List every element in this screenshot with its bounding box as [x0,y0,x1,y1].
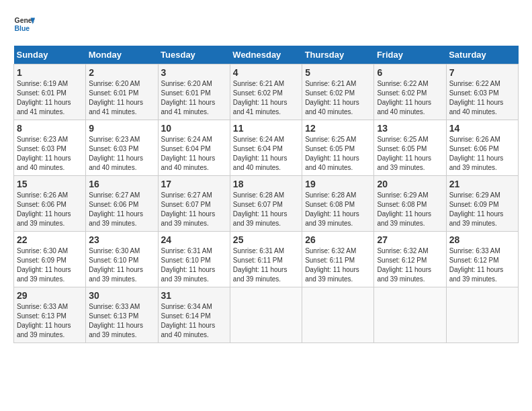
day-number: 28 [449,234,515,245]
calendar-day-cell: 30 Sunrise: 6:33 AMSunset: 6:13 PMDaylig… [86,287,158,343]
day-info: Sunrise: 6:26 AMSunset: 6:06 PMDaylight:… [449,135,515,173]
calendar-day-cell: 4 Sunrise: 6:21 AMSunset: 6:02 PMDayligh… [230,64,302,120]
day-number: 11 [233,123,299,134]
calendar-day-cell: 29 Sunrise: 6:33 AMSunset: 6:13 PMDaylig… [14,287,86,343]
day-info: Sunrise: 6:27 AMSunset: 6:06 PMDaylight:… [89,191,154,228]
calendar-week-row: 1 Sunrise: 6:19 AMSunset: 6:01 PMDayligh… [14,64,519,120]
day-info: Sunrise: 6:22 AMSunset: 6:02 PMDaylight:… [377,79,443,117]
calendar-day-cell: 3 Sunrise: 6:20 AMSunset: 6:01 PMDayligh… [158,64,230,120]
day-number: 20 [377,179,443,189]
day-number: 30 [89,290,154,301]
calendar-day-cell: 23 Sunrise: 6:30 AMSunset: 6:10 PMDaylig… [86,232,158,287]
calendar-day-cell [302,287,374,343]
day-number: 24 [161,234,227,245]
day-number: 21 [449,179,515,189]
day-info: Sunrise: 6:25 AMSunset: 6:05 PMDaylight:… [305,135,371,173]
day-number: 13 [377,123,443,134]
day-info: Sunrise: 6:29 AMSunset: 6:08 PMDaylight:… [377,191,443,228]
calendar-day-cell: 5 Sunrise: 6:21 AMSunset: 6:02 PMDayligh… [302,64,374,120]
calendar-day-cell [446,287,518,343]
day-info: Sunrise: 6:34 AMSunset: 6:14 PMDaylight:… [161,302,227,340]
day-number: 29 [17,290,83,301]
day-info: Sunrise: 6:33 AMSunset: 6:12 PMDaylight:… [449,246,515,284]
calendar-day-cell: 22 Sunrise: 6:30 AMSunset: 6:09 PMDaylig… [14,232,86,287]
day-number: 5 [305,67,371,78]
day-number: 22 [17,234,83,245]
day-info: Sunrise: 6:22 AMSunset: 6:03 PMDaylight:… [449,79,515,117]
calendar-week-row: 29 Sunrise: 6:33 AMSunset: 6:13 PMDaylig… [14,287,519,343]
day-number: 15 [17,179,83,189]
calendar-day-cell: 17 Sunrise: 6:27 AMSunset: 6:07 PMDaylig… [158,176,230,232]
day-info: Sunrise: 6:27 AMSunset: 6:07 PMDaylight:… [161,191,227,228]
calendar-day-cell: 1 Sunrise: 6:19 AMSunset: 6:01 PMDayligh… [14,64,86,120]
calendar-day-cell: 13 Sunrise: 6:25 AMSunset: 6:05 PMDaylig… [374,120,446,176]
day-info: Sunrise: 6:23 AMSunset: 6:03 PMDaylight:… [89,135,154,173]
day-number: 9 [89,123,154,134]
day-info: Sunrise: 6:28 AMSunset: 6:08 PMDaylight:… [305,191,371,228]
calendar-day-cell: 10 Sunrise: 6:24 AMSunset: 6:04 PMDaylig… [158,120,230,176]
day-info: Sunrise: 6:21 AMSunset: 6:02 PMDaylight:… [233,79,299,117]
day-number: 23 [89,234,154,245]
day-number: 7 [449,67,515,78]
day-info: Sunrise: 6:26 AMSunset: 6:06 PMDaylight:… [17,191,83,228]
calendar-day-cell: 12 Sunrise: 6:25 AMSunset: 6:05 PMDaylig… [302,120,374,176]
day-number: 14 [449,123,515,134]
day-info: Sunrise: 6:24 AMSunset: 6:04 PMDaylight:… [161,135,227,173]
calendar-day-header: Tuesday [158,46,230,64]
day-info: Sunrise: 6:31 AMSunset: 6:11 PMDaylight:… [233,246,299,284]
calendar-day-cell: 8 Sunrise: 6:23 AMSunset: 6:03 PMDayligh… [14,120,86,176]
calendar-day-cell: 11 Sunrise: 6:24 AMSunset: 6:04 PMDaylig… [230,120,302,176]
calendar-week-row: 8 Sunrise: 6:23 AMSunset: 6:03 PMDayligh… [14,120,519,176]
calendar-day-cell: 19 Sunrise: 6:28 AMSunset: 6:08 PMDaylig… [302,176,374,232]
calendar-day-header: Sunday [14,46,86,64]
day-info: Sunrise: 6:33 AMSunset: 6:13 PMDaylight:… [17,302,83,340]
logo-icon: General Blue [13,13,35,35]
day-number: 2 [89,67,154,78]
day-info: Sunrise: 6:30 AMSunset: 6:10 PMDaylight:… [89,246,154,284]
calendar-day-cell: 27 Sunrise: 6:32 AMSunset: 6:12 PMDaylig… [374,232,446,287]
day-number: 27 [377,234,443,245]
day-number: 19 [305,179,371,189]
day-info: Sunrise: 6:23 AMSunset: 6:03 PMDaylight:… [17,135,83,173]
calendar-day-header: Wednesday [230,46,302,64]
calendar-day-cell: 18 Sunrise: 6:28 AMSunset: 6:07 PMDaylig… [230,176,302,232]
calendar-day-header: Thursday [302,46,374,64]
day-info: Sunrise: 6:29 AMSunset: 6:09 PMDaylight:… [449,191,515,228]
day-info: Sunrise: 6:21 AMSunset: 6:02 PMDaylight:… [305,79,371,117]
calendar-day-cell: 24 Sunrise: 6:31 AMSunset: 6:10 PMDaylig… [158,232,230,287]
day-info: Sunrise: 6:19 AMSunset: 6:01 PMDaylight:… [17,79,83,117]
day-info: Sunrise: 6:25 AMSunset: 6:05 PMDaylight:… [377,135,443,173]
calendar-day-cell: 21 Sunrise: 6:29 AMSunset: 6:09 PMDaylig… [446,176,518,232]
calendar-day-cell [230,287,302,343]
day-number: 31 [161,290,227,301]
logo: General Blue [13,13,35,35]
day-number: 16 [89,179,154,189]
calendar-day-cell: 25 Sunrise: 6:31 AMSunset: 6:11 PMDaylig… [230,232,302,287]
day-number: 25 [233,234,299,245]
calendar-day-cell: 20 Sunrise: 6:29 AMSunset: 6:08 PMDaylig… [374,176,446,232]
day-number: 4 [233,67,299,78]
calendar-week-row: 22 Sunrise: 6:30 AMSunset: 6:09 PMDaylig… [14,232,519,287]
day-info: Sunrise: 6:28 AMSunset: 6:07 PMDaylight:… [233,191,299,228]
calendar-header-row: SundayMondayTuesdayWednesdayThursdayFrid… [14,46,519,64]
day-info: Sunrise: 6:30 AMSunset: 6:09 PMDaylight:… [17,246,83,284]
day-number: 18 [233,179,299,189]
calendar-day-cell: 7 Sunrise: 6:22 AMSunset: 6:03 PMDayligh… [446,64,518,120]
day-number: 6 [377,67,443,78]
day-info: Sunrise: 6:33 AMSunset: 6:13 PMDaylight:… [89,302,154,340]
day-info: Sunrise: 6:24 AMSunset: 6:04 PMDaylight:… [233,135,299,173]
calendar-day-cell: 15 Sunrise: 6:26 AMSunset: 6:06 PMDaylig… [14,176,86,232]
calendar-day-cell: 26 Sunrise: 6:32 AMSunset: 6:11 PMDaylig… [302,232,374,287]
day-info: Sunrise: 6:20 AMSunset: 6:01 PMDaylight:… [89,79,154,117]
page-header: General Blue [13,13,519,35]
calendar-day-cell: 14 Sunrise: 6:26 AMSunset: 6:06 PMDaylig… [446,120,518,176]
calendar-day-cell: 28 Sunrise: 6:33 AMSunset: 6:12 PMDaylig… [446,232,518,287]
calendar-table: SundayMondayTuesdayWednesdayThursdayFrid… [13,46,519,343]
calendar-day-cell [374,287,446,343]
day-number: 1 [17,67,83,78]
calendar-day-header: Monday [86,46,158,64]
calendar-day-cell: 9 Sunrise: 6:23 AMSunset: 6:03 PMDayligh… [86,120,158,176]
calendar-day-header: Friday [374,46,446,64]
calendar-day-cell: 31 Sunrise: 6:34 AMSunset: 6:14 PMDaylig… [158,287,230,343]
day-info: Sunrise: 6:31 AMSunset: 6:10 PMDaylight:… [161,246,227,284]
